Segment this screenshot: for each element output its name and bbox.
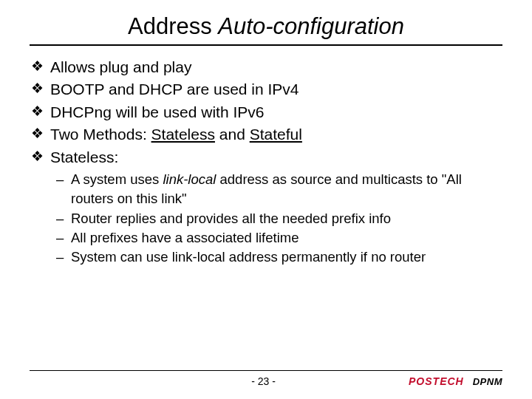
sub-bullet-item: System can use link-local address perman…: [56, 248, 502, 267]
bullet-text: DHCPng will be used with IPv6: [50, 103, 264, 120]
italic-text: link-local: [163, 171, 216, 187]
dpnm-logo: DPNM: [473, 376, 502, 387]
title-divider: [30, 44, 502, 46]
bullet-item: BOOTP and DHCP are used in IPv4: [31, 78, 502, 100]
sub-bullet-text: All prefixes have a associated lifetime: [71, 230, 299, 245]
bullet-text: Allows plug and play: [50, 58, 191, 75]
sub-bullet-list: A system uses link-local address as sour…: [30, 170, 502, 267]
underline-text: Stateful: [250, 126, 302, 143]
postech-logo: POSTECH: [409, 375, 464, 387]
sub-bullet-item: All prefixes have a associated lifetime: [56, 228, 502, 248]
sub-bullet-text: A system uses: [71, 171, 163, 187]
underline-text: Stateless: [151, 126, 215, 143]
bullet-item: Allows plug and play: [31, 56, 502, 78]
main-bullet-list: Allows plug and play BOOTP and DHCP are …: [30, 56, 502, 168]
bullet-text: BOOTP and DHCP are used in IPv4: [50, 81, 299, 98]
bullet-item: Stateless:: [31, 146, 502, 168]
title-text-plain: Address: [128, 13, 218, 39]
sub-bullet-item: Router replies and provides all the need…: [56, 209, 502, 228]
logo-group: POSTECH DPNM: [409, 375, 502, 387]
footer-divider: [30, 370, 502, 371]
sub-bullet-text: System can use link-local address perman…: [71, 249, 426, 265]
page-number: - 23 -: [30, 375, 409, 387]
bullet-item: DHCPng will be used with IPv6: [31, 101, 502, 123]
footer: - 23 - POSTECH DPNM: [30, 370, 502, 387]
bullet-text: Two Methods:: [50, 126, 151, 143]
slide-title: Address Auto-configuration: [30, 13, 502, 40]
sub-bullet-text: Router replies and provides all the need…: [71, 211, 391, 226]
sub-bullet-item: A system uses link-local address as sour…: [56, 170, 502, 209]
bullet-text: and: [215, 126, 250, 143]
bullet-text: Stateless:: [50, 149, 118, 166]
footer-row: - 23 - POSTECH DPNM: [30, 375, 502, 387]
bullet-item: Two Methods: Stateless and Stateful: [31, 123, 502, 146]
slide: Address Auto-configuration Allows plug a…: [0, 0, 532, 399]
title-text-italic: Auto-configuration: [218, 13, 404, 39]
